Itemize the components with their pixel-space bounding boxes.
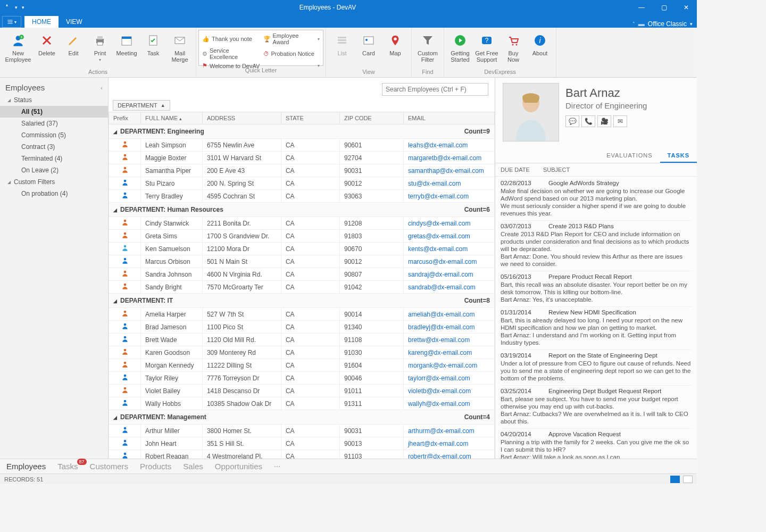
task-item[interactable]: 03/19/2014Report on the State of Enginee… <box>501 350 692 386</box>
delete-button[interactable]: Delete <box>34 30 60 59</box>
tab-evaluations[interactable]: EVALUATIONS <box>599 149 660 163</box>
table-row[interactable]: John Heart351 S Hill St.CA90013jheart@dx… <box>109 437 495 450</box>
task-button[interactable]: Task <box>140 30 166 59</box>
about-button[interactable]: iAbout <box>527 30 553 59</box>
task-item[interactable]: 05/16/2013Prepare Product Recall ReportB… <box>501 271 692 307</box>
svg-rect-2 <box>8 23 13 24</box>
department-group-row[interactable]: ◢DEPARTMENT: ITCount=8 <box>109 294 495 308</box>
theme-label[interactable]: Office Classic <box>648 20 687 28</box>
table-row[interactable]: Taylor Riley7776 Torreyson DrCA90046tayl… <box>109 372 495 385</box>
table-row[interactable]: Leah Simpson6755 Newlin AveCA90601leahs@… <box>109 139 495 152</box>
table-row[interactable]: Brad Jameson1100 Pico StCA91340bradleyj@… <box>109 321 495 334</box>
meeting-button[interactable]: Meeting <box>114 30 139 59</box>
sidebar-item[interactable]: Salaried (37) <box>0 118 108 129</box>
view-mode-list-icon[interactable] <box>670 476 680 483</box>
department-group-row[interactable]: ◢DEPARTMENT: EngineeringCount=9 <box>109 124 495 139</box>
bottom-tab[interactable]: Sales <box>183 462 203 471</box>
bottom-tab[interactable]: Products <box>140 462 171 471</box>
caret-icon[interactable]: ◢ <box>7 180 12 185</box>
department-group-row[interactable]: ◢DEPARTMENT: Human ResourcesCount=6 <box>109 203 495 217</box>
bottom-tab[interactable]: Employees <box>6 462 46 471</box>
table-row[interactable]: Marcus Orbison501 N Main StCA90012marcus… <box>109 255 495 268</box>
file-menu-button[interactable]: ▾ <box>2 16 21 28</box>
close-button[interactable]: ✕ <box>676 0 697 15</box>
bottom-tab[interactable]: Tasks87 <box>57 462 78 471</box>
print-button[interactable]: Print▾ <box>87 30 113 64</box>
table-row[interactable]: Brett Wade1120 Old Mill Rd.CA91108brettw… <box>109 334 495 346</box>
task-item[interactable]: 04/20/2014Approve Vacation RequestPlanni… <box>501 429 692 459</box>
table-row[interactable]: Stu Pizaro200 N. Spring StCA90012stu@dx-… <box>109 177 495 190</box>
table-row[interactable]: Arthur Miller3800 Homer St.CA90031arthur… <box>109 425 495 437</box>
task-item[interactable]: 03/07/2013Create 2013 R&D PlansCreate 20… <box>501 221 692 271</box>
table-row[interactable]: Sandy Bright7570 McGroarty TerCA91042san… <box>109 281 495 294</box>
email-button[interactable]: ✉ <box>613 115 627 127</box>
bottom-tab[interactable]: Customers <box>90 462 129 471</box>
new-employee-button[interactable]: +New Employee <box>3 30 33 65</box>
edit-button[interactable]: Edit <box>61 30 86 59</box>
sidebar-collapse-icon[interactable]: ‹ <box>101 85 103 91</box>
maximize-button[interactable]: ▢ <box>653 0 675 15</box>
table-row[interactable]: Violet Bailey1418 Descanso DrCA91011viol… <box>109 385 495 397</box>
column-header[interactable]: STATE <box>281 112 339 124</box>
chat-button[interactable]: 💬 <box>565 115 579 127</box>
sidebar-group-label[interactable]: Custom Filters <box>14 178 55 186</box>
mail-merge-button[interactable]: Mail Merge <box>167 30 193 65</box>
sidebar-item[interactable]: All (51) <box>0 106 108 118</box>
tab-tasks[interactable]: TASKS <box>660 149 697 163</box>
search-input[interactable] <box>382 83 488 96</box>
column-header[interactable]: ADDRESS <box>202 112 281 124</box>
support-button[interactable]: ?Get Free Support <box>474 30 499 65</box>
table-row[interactable]: Wally Hobbs10385 Shadow Oak DrCA91311wal… <box>109 397 495 410</box>
status-bar: RECORDS: 51 <box>0 473 697 484</box>
qat-arrow-icon[interactable]: ▾ <box>15 5 18 10</box>
custom-filter-button[interactable]: Custom Filter <box>415 30 440 65</box>
chevron-down-icon[interactable]: ▾ <box>690 21 693 27</box>
task-item[interactable]: 01/31/2014Review New HDMI SpecificationB… <box>501 307 692 350</box>
table-row[interactable]: Terry Bradley4595 Cochran StCA93063terry… <box>109 190 495 203</box>
sidebar-item[interactable]: On probation (4) <box>0 188 108 200</box>
column-header[interactable]: Prefix <box>109 112 141 124</box>
task-item[interactable]: 03/25/2014Engineering Dept Budget Reques… <box>501 386 692 429</box>
call-button[interactable]: 📞 <box>581 115 595 127</box>
department-group-row[interactable]: ◢DEPARTMENT: ManagementCount=4 <box>109 410 495 425</box>
buy-now-button[interactable]: Buy Now <box>501 30 526 65</box>
caret-icon[interactable]: ◢ <box>7 98 12 103</box>
tasks-list[interactable]: 02/28/2013Google AdWords StrategyMake fi… <box>495 177 697 459</box>
table-row[interactable]: Karen Goodson309 Monterey RdCA91030karen… <box>109 346 495 359</box>
sidebar-item[interactable]: Commission (5) <box>0 129 108 141</box>
more-tabs-icon[interactable]: ⋯ <box>274 463 280 470</box>
map-view-button[interactable]: Map <box>382 30 408 59</box>
sidebar-group-label[interactable]: Status <box>14 96 32 104</box>
table-row[interactable]: Samantha Piper200 E Ave 43CA90031samanth… <box>109 164 495 177</box>
card-view-button[interactable]: Card <box>356 30 381 59</box>
table-row[interactable]: Greta Sims1700 S Grandview Dr.CA91803gre… <box>109 230 495 243</box>
task-item[interactable]: 02/28/2013Google AdWords StrategyMake fi… <box>501 178 692 221</box>
column-header[interactable]: FULL NAME <box>141 112 203 124</box>
sidebar-item[interactable]: Contract (3) <box>0 141 108 153</box>
view-mode-card-icon[interactable] <box>683 476 693 483</box>
sidebar-item[interactable]: Terminated (4) <box>0 153 108 164</box>
minimize-button[interactable]: — <box>631 0 652 15</box>
svg-point-48 <box>123 453 126 455</box>
tab-view[interactable]: VIEW <box>59 16 90 28</box>
bottom-tab[interactable]: Opportunities <box>215 462 262 471</box>
table-row[interactable]: Ken Samuelson12100 Mora DrCA90670kents@d… <box>109 243 495 255</box>
svg-point-26 <box>123 142 126 144</box>
employee-grid[interactable]: PrefixFULL NAMEADDRESSSTATEZIP CODEEMAIL… <box>109 112 495 459</box>
column-header[interactable]: EMAIL <box>403 112 494 124</box>
table-row[interactable]: Sandra Johnson4600 N Virginia Rd.CA90807… <box>109 268 495 281</box>
svg-point-36 <box>123 271 126 273</box>
table-row[interactable]: Morgan Kennedy11222 Dilling StCA91604mor… <box>109 359 495 372</box>
quick-letter-gallery[interactable]: 👍Thank you note 🏆Employee Award▾ ⚙Servic… <box>198 30 323 66</box>
ribbon-collapse-icon[interactable]: ˄ <box>632 21 635 27</box>
column-header[interactable]: ZIP CODE <box>339 112 403 124</box>
video-button[interactable]: 🎥 <box>597 115 611 127</box>
getting-started-button[interactable]: Getting Started <box>447 30 473 65</box>
table-row[interactable]: Robert Reagan4 Westmoreland Pl.CA91103ro… <box>109 450 495 459</box>
tab-home[interactable]: HOME <box>24 16 59 28</box>
table-row[interactable]: Amelia Harper527 W 7th StCA90014ameliah@… <box>109 308 495 321</box>
table-row[interactable]: Maggie Boxter3101 W Harvard StCA92704mar… <box>109 152 495 164</box>
table-row[interactable]: Cindy Stanwick2211 Bonita Dr.CA91208cind… <box>109 217 495 230</box>
groupby-chip[interactable]: DEPARTMENT ▲ <box>113 100 170 111</box>
sidebar-item[interactable]: On Leave (2) <box>0 164 108 176</box>
